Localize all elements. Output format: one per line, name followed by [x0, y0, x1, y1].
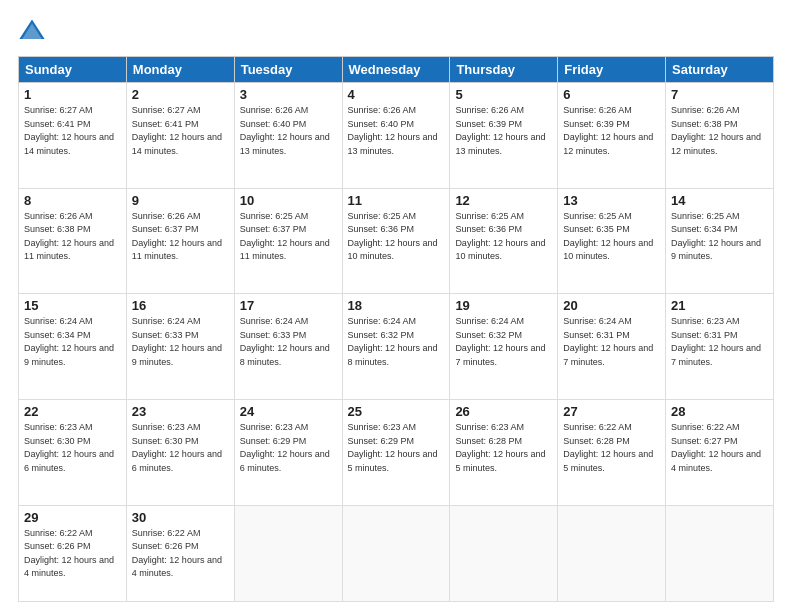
day-info: Sunrise: 6:23 AMSunset: 6:29 PMDaylight:… [348, 422, 438, 473]
calendar-cell [558, 505, 666, 601]
day-info: Sunrise: 6:26 AMSunset: 6:40 PMDaylight:… [348, 105, 438, 156]
day-info: Sunrise: 6:22 AMSunset: 6:28 PMDaylight:… [563, 422, 653, 473]
day-number: 19 [455, 298, 552, 313]
day-number: 23 [132, 404, 229, 419]
calendar-cell: 21 Sunrise: 6:23 AMSunset: 6:31 PMDaylig… [666, 294, 774, 400]
day-header-wednesday: Wednesday [342, 57, 450, 83]
week-row-3: 15 Sunrise: 6:24 AMSunset: 6:34 PMDaylig… [19, 294, 774, 400]
calendar-cell: 1 Sunrise: 6:27 AMSunset: 6:41 PMDayligh… [19, 83, 127, 189]
day-header-thursday: Thursday [450, 57, 558, 83]
calendar-table: SundayMondayTuesdayWednesdayThursdayFrid… [18, 56, 774, 602]
day-info: Sunrise: 6:25 AMSunset: 6:36 PMDaylight:… [348, 211, 438, 262]
calendar-header-row: SundayMondayTuesdayWednesdayThursdayFrid… [19, 57, 774, 83]
day-number: 14 [671, 193, 768, 208]
calendar-cell: 6 Sunrise: 6:26 AMSunset: 6:39 PMDayligh… [558, 83, 666, 189]
day-number: 21 [671, 298, 768, 313]
day-number: 30 [132, 510, 229, 525]
day-number: 1 [24, 87, 121, 102]
day-info: Sunrise: 6:23 AMSunset: 6:30 PMDaylight:… [24, 422, 114, 473]
calendar-cell: 3 Sunrise: 6:26 AMSunset: 6:40 PMDayligh… [234, 83, 342, 189]
calendar-cell: 2 Sunrise: 6:27 AMSunset: 6:41 PMDayligh… [126, 83, 234, 189]
day-info: Sunrise: 6:23 AMSunset: 6:31 PMDaylight:… [671, 316, 761, 367]
day-number: 20 [563, 298, 660, 313]
day-number: 25 [348, 404, 445, 419]
calendar-cell: 27 Sunrise: 6:22 AMSunset: 6:28 PMDaylig… [558, 400, 666, 506]
calendar-cell: 18 Sunrise: 6:24 AMSunset: 6:32 PMDaylig… [342, 294, 450, 400]
calendar-cell [234, 505, 342, 601]
day-info: Sunrise: 6:24 AMSunset: 6:32 PMDaylight:… [455, 316, 545, 367]
day-info: Sunrise: 6:23 AMSunset: 6:30 PMDaylight:… [132, 422, 222, 473]
day-info: Sunrise: 6:23 AMSunset: 6:29 PMDaylight:… [240, 422, 330, 473]
calendar-cell: 22 Sunrise: 6:23 AMSunset: 6:30 PMDaylig… [19, 400, 127, 506]
calendar-cell: 9 Sunrise: 6:26 AMSunset: 6:37 PMDayligh… [126, 188, 234, 294]
day-number: 4 [348, 87, 445, 102]
day-number: 15 [24, 298, 121, 313]
calendar-cell: 11 Sunrise: 6:25 AMSunset: 6:36 PMDaylig… [342, 188, 450, 294]
calendar-cell: 13 Sunrise: 6:25 AMSunset: 6:35 PMDaylig… [558, 188, 666, 294]
calendar-cell [666, 505, 774, 601]
calendar-cell: 4 Sunrise: 6:26 AMSunset: 6:40 PMDayligh… [342, 83, 450, 189]
day-header-monday: Monday [126, 57, 234, 83]
calendar-cell: 12 Sunrise: 6:25 AMSunset: 6:36 PMDaylig… [450, 188, 558, 294]
week-row-5: 29 Sunrise: 6:22 AMSunset: 6:26 PMDaylig… [19, 505, 774, 601]
calendar-cell: 5 Sunrise: 6:26 AMSunset: 6:39 PMDayligh… [450, 83, 558, 189]
day-info: Sunrise: 6:26 AMSunset: 6:38 PMDaylight:… [671, 105, 761, 156]
week-row-1: 1 Sunrise: 6:27 AMSunset: 6:41 PMDayligh… [19, 83, 774, 189]
day-number: 12 [455, 193, 552, 208]
calendar-cell: 7 Sunrise: 6:26 AMSunset: 6:38 PMDayligh… [666, 83, 774, 189]
day-number: 24 [240, 404, 337, 419]
day-number: 17 [240, 298, 337, 313]
day-header-sunday: Sunday [19, 57, 127, 83]
day-info: Sunrise: 6:26 AMSunset: 6:38 PMDaylight:… [24, 211, 114, 262]
day-info: Sunrise: 6:26 AMSunset: 6:40 PMDaylight:… [240, 105, 330, 156]
day-info: Sunrise: 6:25 AMSunset: 6:34 PMDaylight:… [671, 211, 761, 262]
day-info: Sunrise: 6:27 AMSunset: 6:41 PMDaylight:… [24, 105, 114, 156]
calendar-cell: 26 Sunrise: 6:23 AMSunset: 6:28 PMDaylig… [450, 400, 558, 506]
calendar-cell: 15 Sunrise: 6:24 AMSunset: 6:34 PMDaylig… [19, 294, 127, 400]
day-info: Sunrise: 6:22 AMSunset: 6:26 PMDaylight:… [132, 528, 222, 579]
day-number: 8 [24, 193, 121, 208]
calendar-cell [450, 505, 558, 601]
calendar-cell: 19 Sunrise: 6:24 AMSunset: 6:32 PMDaylig… [450, 294, 558, 400]
day-info: Sunrise: 6:24 AMSunset: 6:33 PMDaylight:… [240, 316, 330, 367]
day-number: 22 [24, 404, 121, 419]
day-number: 7 [671, 87, 768, 102]
calendar-cell: 10 Sunrise: 6:25 AMSunset: 6:37 PMDaylig… [234, 188, 342, 294]
day-number: 10 [240, 193, 337, 208]
day-number: 3 [240, 87, 337, 102]
week-row-4: 22 Sunrise: 6:23 AMSunset: 6:30 PMDaylig… [19, 400, 774, 506]
day-info: Sunrise: 6:24 AMSunset: 6:34 PMDaylight:… [24, 316, 114, 367]
day-number: 13 [563, 193, 660, 208]
day-info: Sunrise: 6:25 AMSunset: 6:35 PMDaylight:… [563, 211, 653, 262]
calendar-cell: 24 Sunrise: 6:23 AMSunset: 6:29 PMDaylig… [234, 400, 342, 506]
page-header [18, 18, 774, 46]
day-info: Sunrise: 6:25 AMSunset: 6:36 PMDaylight:… [455, 211, 545, 262]
day-info: Sunrise: 6:22 AMSunset: 6:26 PMDaylight:… [24, 528, 114, 579]
day-header-saturday: Saturday [666, 57, 774, 83]
calendar-cell: 20 Sunrise: 6:24 AMSunset: 6:31 PMDaylig… [558, 294, 666, 400]
calendar-cell: 23 Sunrise: 6:23 AMSunset: 6:30 PMDaylig… [126, 400, 234, 506]
day-number: 18 [348, 298, 445, 313]
day-number: 6 [563, 87, 660, 102]
day-info: Sunrise: 6:26 AMSunset: 6:39 PMDaylight:… [455, 105, 545, 156]
calendar-cell [342, 505, 450, 601]
calendar-cell: 25 Sunrise: 6:23 AMSunset: 6:29 PMDaylig… [342, 400, 450, 506]
day-number: 11 [348, 193, 445, 208]
week-row-2: 8 Sunrise: 6:26 AMSunset: 6:38 PMDayligh… [19, 188, 774, 294]
calendar-cell: 28 Sunrise: 6:22 AMSunset: 6:27 PMDaylig… [666, 400, 774, 506]
logo [18, 18, 50, 46]
day-number: 27 [563, 404, 660, 419]
day-info: Sunrise: 6:24 AMSunset: 6:32 PMDaylight:… [348, 316, 438, 367]
day-number: 28 [671, 404, 768, 419]
day-info: Sunrise: 6:26 AMSunset: 6:37 PMDaylight:… [132, 211, 222, 262]
calendar-cell: 29 Sunrise: 6:22 AMSunset: 6:26 PMDaylig… [19, 505, 127, 601]
calendar-cell: 8 Sunrise: 6:26 AMSunset: 6:38 PMDayligh… [19, 188, 127, 294]
calendar-cell: 16 Sunrise: 6:24 AMSunset: 6:33 PMDaylig… [126, 294, 234, 400]
day-number: 9 [132, 193, 229, 208]
day-info: Sunrise: 6:23 AMSunset: 6:28 PMDaylight:… [455, 422, 545, 473]
day-info: Sunrise: 6:25 AMSunset: 6:37 PMDaylight:… [240, 211, 330, 262]
day-number: 16 [132, 298, 229, 313]
day-info: Sunrise: 6:24 AMSunset: 6:33 PMDaylight:… [132, 316, 222, 367]
day-info: Sunrise: 6:24 AMSunset: 6:31 PMDaylight:… [563, 316, 653, 367]
logo-icon [18, 18, 46, 46]
